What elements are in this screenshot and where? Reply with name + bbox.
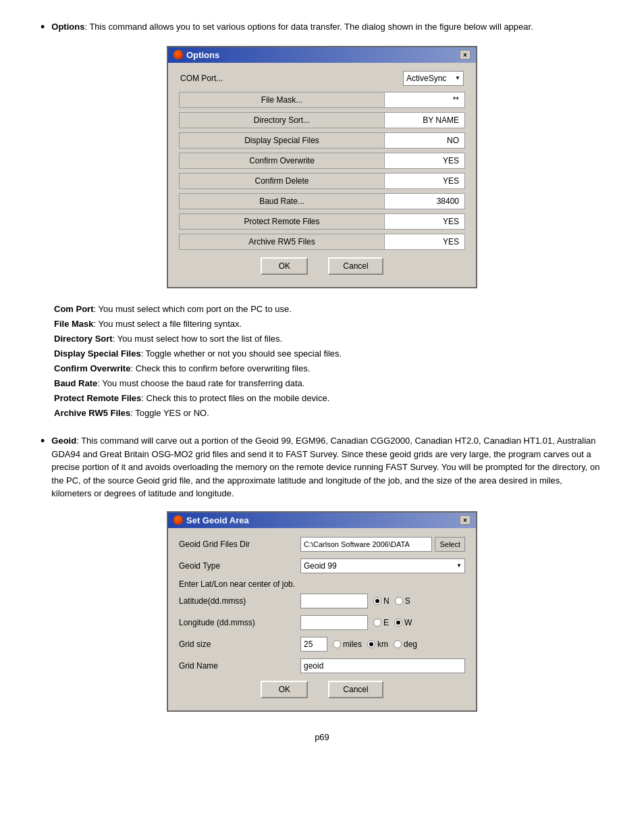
geoid-gridsize-deg-radio[interactable]: deg — [394, 640, 417, 649]
com-port-arrow-icon: ▼ — [455, 75, 460, 81]
desc-text-2: : You must select how to sort the list o… — [113, 334, 282, 344]
bullet-options: • Options: This command allows you to se… — [41, 20, 603, 35]
desc-text-6: : Check this to protect files on the mob… — [141, 393, 329, 403]
options-ok-button[interactable]: OK — [261, 257, 308, 275]
geoid-gridsize-miles-label: miles — [343, 640, 362, 649]
geoid-gridsize-row: Grid size miles km deg — [179, 636, 465, 652]
options-row-label-1: Directory Sort... — [179, 112, 384, 128]
options-row-label-0: File Mask... — [179, 92, 384, 108]
geoid-latitude-n-filled — [375, 599, 379, 603]
geoid-gridsize-miles-radio[interactable]: miles — [333, 640, 362, 649]
options-row-label-6: Protect Remote Files — [179, 213, 384, 230]
desc-text-1: : You must select a file filtering synta… — [94, 319, 242, 329]
geoid-latitude-radio-group: N S — [373, 596, 410, 606]
options-row-value-2: NO — [384, 132, 465, 149]
geoid-type-arrow-icon: ▼ — [456, 563, 462, 569]
bullet-dot-2: • — [41, 434, 45, 500]
geoid-type-value: Geoid 99 — [304, 561, 337, 571]
options-row-0: File Mask... ** — [179, 91, 465, 109]
options-descriptions: Com Port: You must select which com port… — [54, 302, 603, 421]
com-port-label: COM Port... — [180, 74, 223, 83]
options-dialog: Options × COM Port... ActiveSync ▼ File … — [167, 46, 477, 288]
options-row-value-1: BY NAME — [384, 112, 465, 128]
geoid-latitude-s-radio-circle — [395, 597, 403, 605]
options-row-label-2: Display Special Files — [179, 132, 384, 149]
geoid-select-button[interactable]: Select — [435, 537, 465, 552]
com-port-row: COM Port... ActiveSync ▼ — [179, 71, 465, 86]
options-row-value-7: YES — [384, 234, 465, 250]
geoid-gridname-row: Grid Name — [179, 658, 465, 674]
desc-term-6: Protect Remote Files — [54, 393, 141, 403]
bullet-options-text: Options: This command allows you to set … — [51, 20, 533, 35]
desc-term-5: Baud Rate — [54, 378, 97, 388]
geoid-latitude-s-radio[interactable]: S — [395, 596, 410, 606]
geoid-grid-label: Geoid Grid Files Dir — [179, 540, 300, 549]
geoid-grid-input[interactable] — [300, 537, 432, 552]
options-row-label-7: Archive RW5 Files — [179, 234, 384, 250]
geoid-titlebar: Set Geoid Area × — [168, 513, 476, 528]
geoid-longitude-radio-group: E W — [373, 618, 412, 627]
options-dialog-container: Options × COM Port... ActiveSync ▼ File … — [41, 46, 603, 288]
geoid-gridname-input[interactable] — [300, 658, 465, 673]
geoid-gridsize-radio-group: miles km deg — [333, 640, 417, 649]
com-port-selected: ActiveSync — [406, 74, 446, 83]
geoid-gridsize-km-radio[interactable]: km — [367, 640, 388, 649]
geoid-type-dropdown[interactable]: Geoid 99 ▼ — [300, 558, 465, 573]
desc-term-0: Com Port — [54, 304, 94, 314]
options-row-value-4: YES — [384, 173, 465, 189]
geoid-latitude-n-label: N — [383, 596, 390, 606]
com-port-dropdown[interactable]: ActiveSync ▼ — [403, 71, 464, 86]
geoid-longitude-w-radio[interactable]: W — [394, 618, 412, 627]
geoid-gridsize-deg-label: deg — [404, 640, 417, 649]
options-row-value-6: YES — [384, 213, 465, 230]
geoid-longitude-e-label: E — [383, 618, 389, 627]
geoid-dialog-body: Geoid Grid Files Dir Select Geoid Type G… — [168, 528, 476, 710]
desc-item-4: Confirm Overwrite: Check this to confirm… — [54, 361, 603, 376]
geoid-gridsize-label: Grid size — [179, 640, 300, 649]
options-close-button[interactable]: × — [460, 50, 471, 59]
geoid-gridname-label: Grid Name — [179, 661, 300, 671]
options-dialog-body: COM Port... ActiveSync ▼ File Mask... **… — [168, 63, 476, 287]
options-row-5: Baud Rate... 38400 — [179, 192, 465, 210]
geoid-longitude-e-radio[interactable]: E — [373, 618, 389, 627]
geoid-dialog: Set Geoid Area × Geoid Grid Files Dir Se… — [167, 511, 477, 712]
geoid-latitude-n-radio[interactable]: N — [373, 596, 390, 606]
geoid-close-button[interactable]: × — [460, 515, 471, 525]
desc-item-2: Directory Sort: You must select how to s… — [54, 332, 603, 346]
com-port-value-container: ActiveSync ▼ — [403, 71, 464, 86]
geoid-longitude-input[interactable] — [300, 615, 368, 630]
options-cancel-button[interactable]: Cancel — [328, 257, 383, 275]
options-row-label-3: Confirm Overwrite — [179, 153, 384, 169]
options-titlebar: Options × — [168, 47, 476, 63]
desc-item-5: Baud Rate: You must choose the baud rate… — [54, 376, 603, 391]
geoid-dialog-buttons: OK Cancel — [179, 681, 465, 704]
desc-term-4: Confirm Overwrite — [54, 363, 130, 373]
bullet-geoid-text: Geoid: This command will carve out a por… — [51, 434, 603, 500]
options-row-7: Archive RW5 Files YES — [179, 233, 465, 251]
options-rows: File Mask... ** Directory Sort... BY NAM… — [179, 91, 465, 251]
geoid-cancel-button[interactable]: Cancel — [328, 681, 383, 698]
geoid-latitude-input[interactable] — [300, 594, 368, 608]
desc-item-6: Protect Remote Files: Check this to prot… — [54, 391, 603, 406]
desc-term-3: Display Special Files — [54, 348, 141, 359]
geoid-gridsize-input[interactable] — [300, 637, 327, 652]
geoid-intro: : This command will carve out a portion … — [51, 436, 599, 498]
options-term: Options — [51, 22, 84, 32]
desc-item-1: File Mask: You must select a file filter… — [54, 317, 603, 332]
geoid-longitude-w-filled — [396, 621, 400, 625]
geoid-latitude-label: Latitude(dd.mmss) — [179, 596, 300, 606]
geoid-ok-button[interactable]: OK — [261, 681, 308, 698]
desc-text-5: : You must choose the baud rate for tran… — [97, 378, 304, 388]
geoid-grid-row: Geoid Grid Files Dir Select — [179, 536, 465, 552]
desc-term-7: Archive RW5 Files — [54, 408, 130, 418]
options-row-1: Directory Sort... BY NAME — [179, 111, 465, 129]
geoid-latlonlabel: Enter Lat/Lon near center of job. — [179, 579, 465, 589]
options-title-left: Options — [173, 50, 219, 60]
desc-text-7: : Toggle YES or NO. — [130, 408, 209, 418]
options-row-2: Display Special Files NO — [179, 132, 465, 149]
options-title-text: Options — [186, 50, 219, 60]
geoid-gridsize-deg-circle — [394, 640, 402, 648]
geoid-longitude-label: Longitude (dd.mmss) — [179, 618, 300, 627]
geoid-term: Geoid — [51, 436, 76, 446]
desc-term-1: File Mask — [54, 319, 94, 329]
